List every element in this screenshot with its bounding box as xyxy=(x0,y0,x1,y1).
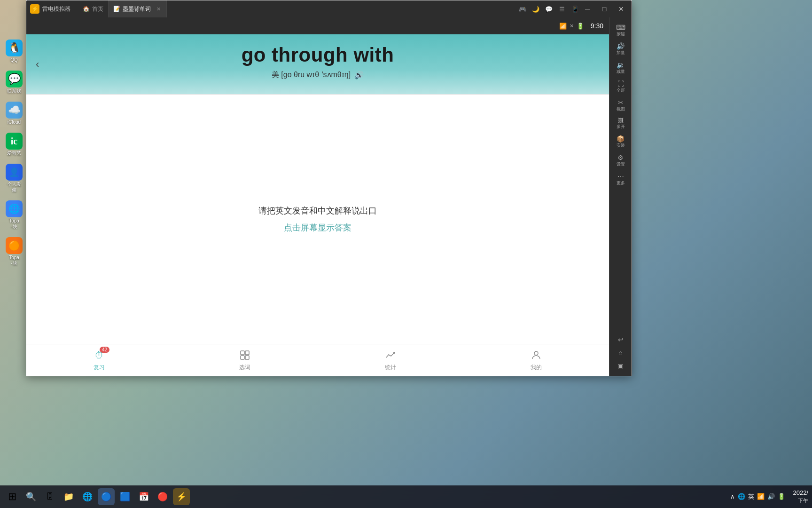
sound-icon[interactable]: 🔊 xyxy=(354,71,364,79)
svg-rect-2 xyxy=(241,356,244,359)
calendar-taskbar[interactable]: 📅 xyxy=(135,488,152,505)
select-icon xyxy=(238,349,251,362)
multiopen-btn[interactable]: 🖼 多开 xyxy=(610,115,631,132)
screenshot-btn[interactable]: ✂ 截图 xyxy=(610,96,631,114)
record-taskbar[interactable]: 🔴 xyxy=(154,488,171,505)
hint-text: 请把英文发音和中文解释说出口 xyxy=(258,205,377,216)
svg-rect-3 xyxy=(245,356,249,359)
window-controls: ─ □ ✕ xyxy=(581,2,628,16)
status-icons: 📶 ✕ 🔋 9:30 xyxy=(559,22,603,30)
taskview-button[interactable]: 🗄 xyxy=(41,488,58,505)
fullscreen-btn[interactable]: ⛶ 全屏 xyxy=(610,78,631,95)
chat-icon[interactable]: 💬 xyxy=(543,3,554,15)
emulator-window: ⚡ 雷电模拟器 🏠 首页 📝 墨墨背单词 ✕ 🎮 🌙 💬 ☰ 📱 ─ □ ✕ xyxy=(26,0,632,376)
ldplayer-taskbar[interactable]: ⚡ xyxy=(173,488,190,505)
home-nav-btn[interactable]: ⌂ xyxy=(610,347,631,359)
back-button[interactable]: ‹ xyxy=(36,58,39,71)
nav-item-review[interactable]: 42 ⏱ 复习 xyxy=(26,345,172,375)
show-answer-link[interactable]: 点击屏幕显示答案 xyxy=(284,222,351,233)
desktop-icon-aiqiyi[interactable]: ic 爱奇艺 xyxy=(2,131,26,158)
desktop-icon-topa1[interactable]: 🌐 Topa-块 xyxy=(2,198,26,231)
taskbar-right: ∧ 🌐 英 📶 🔊 🔋 2022/ 下午 xyxy=(730,489,808,505)
bottom-nav: 42 ⏱ 复习 选词 xyxy=(26,344,609,376)
volume-down-btn[interactable]: 🔉 减量 xyxy=(610,59,631,77)
word-title: go through with xyxy=(242,44,394,66)
tablet-icon[interactable]: 📱 xyxy=(570,3,581,15)
profile-label: 我的 xyxy=(531,364,542,372)
desktop-icon-qq[interactable]: 🐧 QQ xyxy=(2,38,26,65)
taskbar-time[interactable]: 2022/ 下午 xyxy=(793,489,808,505)
review-label: 复习 xyxy=(94,364,105,372)
desktop-icon-area: 🐧 QQ 💬 联系我 ☁️ iCloud ic 爱奇艺 👤 个人发储 🌐 Top… xyxy=(0,0,28,485)
stats-icon xyxy=(384,349,397,362)
desktop-icon-contact[interactable]: 💬 联系我 xyxy=(2,69,26,96)
svg-point-4 xyxy=(534,351,538,355)
status-time: 9:30 xyxy=(591,22,603,30)
tray-expand[interactable]: ∧ xyxy=(730,493,735,500)
desktop-icon-icloud[interactable]: ☁️ iCloud xyxy=(2,100,26,127)
app-content: ‹ go through with 美 [go θru wɪθ ˈsʌmθɪŋ]… xyxy=(26,34,609,376)
desktop-icon-personal[interactable]: 👤 个人发储 xyxy=(2,162,26,195)
content-area[interactable]: 请把英文发音和中文解释说出口 点击屏幕显示答案 xyxy=(26,95,609,344)
install-btn[interactable]: 📦 安装 xyxy=(610,133,631,151)
moon-icon[interactable]: 🌙 xyxy=(530,3,541,15)
maximize-button[interactable]: □ xyxy=(598,2,611,16)
svg-rect-0 xyxy=(241,351,244,355)
svg-rect-1 xyxy=(245,351,249,355)
battery-icon: 🔋 xyxy=(577,23,584,30)
taskbar-left: ⊞ 🔍 🗄 📁 🌐 🔵 🟦 📅 🔴 ⚡ xyxy=(4,488,730,505)
tab-close-button[interactable]: ✕ xyxy=(155,6,162,12)
tray-icons: ∧ 🌐 英 📶 🔊 🔋 xyxy=(730,492,789,501)
keyboard-btn[interactable]: ⌨ 按键 xyxy=(610,21,631,39)
nav-item-profile[interactable]: 我的 xyxy=(463,345,609,375)
word-header[interactable]: ‹ go through with 美 [go θru wɪθ ˈsʌmθɪŋ]… xyxy=(26,34,609,94)
nav-item-select[interactable]: 选词 xyxy=(172,345,318,375)
mobile-screen: 📶 ✕ 🔋 9:30 ‹ go through with 美 [go θru w… xyxy=(26,17,609,376)
desktop-icon-topa2[interactable]: 🟠 Topa-块 xyxy=(2,235,26,268)
explorer-taskbar[interactable]: 📁 xyxy=(60,488,77,505)
tray-network-icon: 🌐 xyxy=(738,493,745,500)
title-icons: 🎮 🌙 💬 ☰ 📱 xyxy=(517,3,581,15)
recents-nav-btn[interactable]: ▣ xyxy=(610,360,631,372)
review-badge: 42 xyxy=(100,347,109,353)
minimize-button[interactable]: ─ xyxy=(581,2,594,16)
back-nav-btn[interactable]: ↩ xyxy=(610,333,631,346)
more-btn[interactable]: ⋯ 更多 xyxy=(610,170,631,188)
tray-volume-icon[interactable]: 🔊 xyxy=(767,493,775,500)
word-phonetic: 美 [go θru wɪθ ˈsʌmθɪŋ] 🔊 xyxy=(272,70,364,80)
browser2-taskbar[interactable]: 🔵 xyxy=(98,488,115,505)
settings-btn[interactable]: ⚙ 设置 xyxy=(610,151,631,169)
profile-icon xyxy=(530,349,543,362)
window-titlebar: ⚡ 雷电模拟器 🏠 首页 📝 墨墨背单词 ✕ 🎮 🌙 💬 ☰ 📱 ─ □ ✕ xyxy=(26,0,632,17)
signal-icon: ✕ xyxy=(570,23,574,29)
tab-app[interactable]: 📝 墨墨背单词 ✕ xyxy=(109,0,167,17)
select-label: 选词 xyxy=(239,364,250,372)
gamepad-icon[interactable]: 🎮 xyxy=(517,3,528,15)
nav-item-stats[interactable]: 统计 xyxy=(318,345,463,375)
volume-up-btn[interactable]: 🔊 加量 xyxy=(610,40,631,58)
emulator-app-name: 雷电模拟器 xyxy=(42,5,70,13)
close-button[interactable]: ✕ xyxy=(615,2,628,16)
right-panel: ⌨ 按键 🔊 加量 🔉 减量 ⛶ 全屏 ✂ 截图 🖼 多开 📦 安装 ⚙ xyxy=(609,17,632,376)
browser1-taskbar[interactable]: 🌐 xyxy=(79,488,96,505)
tray-battery-icon: 🔋 xyxy=(778,493,785,500)
start-button[interactable]: ⊞ xyxy=(4,488,21,505)
tab-bar: 🏠 首页 📝 墨墨背单词 ✕ xyxy=(78,0,513,17)
stats-label: 统计 xyxy=(385,364,396,372)
taskbar: ⊞ 🔍 🗄 📁 🌐 🔵 🟦 📅 🔴 ⚡ ∧ 🌐 英 📶 🔊 🔋 2022/ 下午 xyxy=(0,485,812,508)
menu-icon[interactable]: ☰ xyxy=(556,3,568,15)
emulator-logo: ⚡ xyxy=(30,4,39,14)
browser3-taskbar[interactable]: 🟦 xyxy=(117,488,133,505)
mobile-statusbar: 📶 ✕ 🔋 9:30 xyxy=(26,17,609,34)
tray-lang-icon[interactable]: 英 xyxy=(748,492,754,501)
tab-home[interactable]: 🏠 首页 xyxy=(78,0,109,17)
search-taskbar-button[interactable]: 🔍 xyxy=(23,488,39,505)
wifi-icon: 📶 xyxy=(559,23,567,30)
tray-wifi-icon: 📶 xyxy=(757,493,765,500)
